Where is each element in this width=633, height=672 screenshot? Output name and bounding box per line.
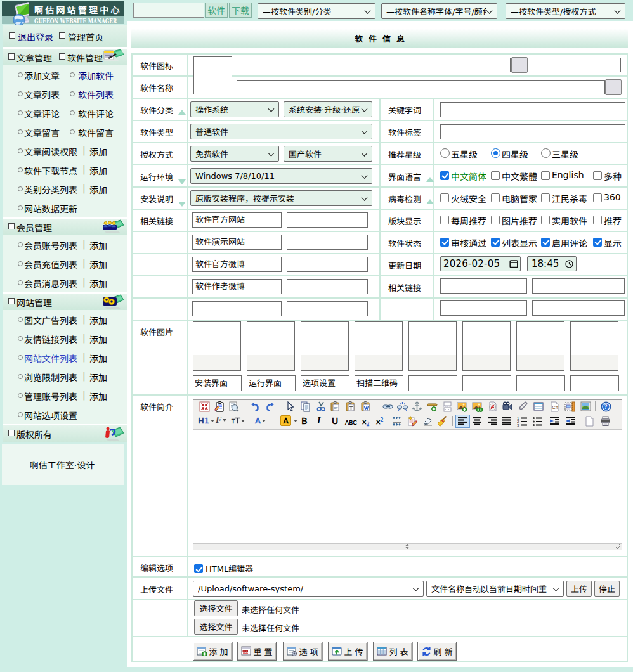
svg-text:3: 3 [517, 423, 519, 427]
svg-text:C#: C# [552, 404, 559, 410]
svg-text:?: ? [604, 404, 607, 410]
